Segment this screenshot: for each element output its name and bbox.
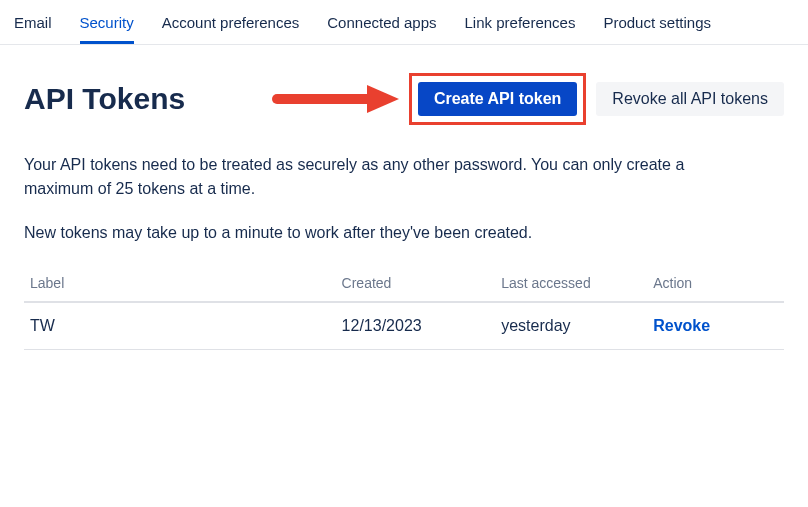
th-action: Action bbox=[647, 265, 784, 302]
tab-product-settings[interactable]: Product settings bbox=[603, 8, 711, 44]
tab-account-preferences[interactable]: Account preferences bbox=[162, 8, 300, 44]
create-api-token-highlight: Create API token bbox=[409, 73, 586, 125]
revoke-all-api-tokens-button[interactable]: Revoke all API tokens bbox=[596, 82, 784, 116]
description-2: New tokens may take up to a minute to wo… bbox=[24, 221, 754, 245]
create-api-token-button[interactable]: Create API token bbox=[418, 82, 577, 116]
revoke-link[interactable]: Revoke bbox=[653, 317, 710, 334]
tab-connected-apps[interactable]: Connected apps bbox=[327, 8, 436, 44]
th-last-accessed: Last accessed bbox=[495, 265, 647, 302]
page-title: API Tokens bbox=[24, 82, 185, 116]
description-1: Your API tokens need to be treated as se… bbox=[24, 153, 754, 201]
header-row: API Tokens Create API token Revoke all A… bbox=[24, 73, 784, 125]
th-label: Label bbox=[24, 265, 336, 302]
cell-label: TW bbox=[24, 302, 336, 350]
svg-marker-1 bbox=[367, 85, 399, 113]
tokens-table: Label Created Last accessed Action TW 12… bbox=[24, 265, 784, 350]
settings-tabs: Email Security Account preferences Conne… bbox=[0, 0, 808, 45]
tab-security[interactable]: Security bbox=[80, 8, 134, 44]
cell-created: 12/13/2023 bbox=[336, 302, 496, 350]
tab-link-preferences[interactable]: Link preferences bbox=[465, 8, 576, 44]
th-created: Created bbox=[336, 265, 496, 302]
tab-email[interactable]: Email bbox=[14, 8, 52, 44]
arrow-annotation-icon bbox=[271, 82, 401, 116]
table-row: TW 12/13/2023 yesterday Revoke bbox=[24, 302, 784, 350]
cell-last-accessed: yesterday bbox=[495, 302, 647, 350]
page-content: API Tokens Create API token Revoke all A… bbox=[0, 45, 808, 350]
